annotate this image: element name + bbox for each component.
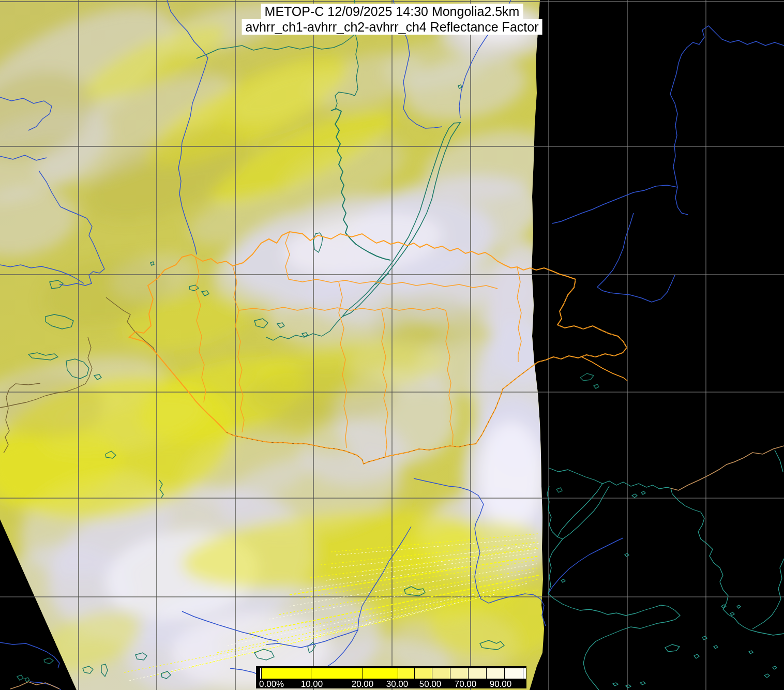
colorbar-segment	[469, 668, 487, 679]
colorbar-tick-label: 10.00	[301, 679, 323, 689]
colorbar-segment	[432, 668, 450, 679]
colorbar-gradient	[260, 668, 526, 679]
colorbar-tick-label: 90.00	[490, 679, 512, 689]
map-canvas	[0, 0, 784, 690]
colorbar-segment	[398, 668, 415, 679]
colorbar-tick-label: 30.00	[386, 679, 409, 689]
colorbar-tick-label: 20.00	[352, 679, 374, 689]
colorbar-segment	[363, 668, 398, 679]
title-line-2: avhrr_ch1-avhrr_ch2-avhrr_ch4 Reflectanc…	[242, 19, 542, 35]
colorbar-segment	[262, 668, 311, 679]
colorbar-tick-label: 50.00	[419, 679, 442, 689]
colorbar-tick-label: 70.00	[455, 679, 477, 689]
colorbar-segment	[523, 668, 526, 679]
title-line-1: METOP-C 12/09/2025 14:30 Mongolia2.5km	[261, 4, 523, 19]
colorbar-segment	[311, 668, 363, 679]
colorbar-segment	[450, 668, 469, 679]
colorbar-labels: 0.00%10.0020.0030.0050.0070.0090.00	[256, 679, 526, 688]
colorbar-segment	[487, 668, 505, 679]
image-title: METOP-C 12/09/2025 14:30 Mongolia2.5km a…	[242, 4, 542, 35]
colorbar-segment	[505, 668, 523, 679]
reflectance-colorbar: 0.00%10.0020.0030.0050.0070.0090.00	[256, 666, 526, 688]
colorbar-segment	[415, 668, 432, 679]
colorbar-tick-label: 0.00%	[259, 679, 284, 689]
satellite-image-viewer: METOP-C 12/09/2025 14:30 Mongolia2.5km a…	[0, 0, 784, 690]
